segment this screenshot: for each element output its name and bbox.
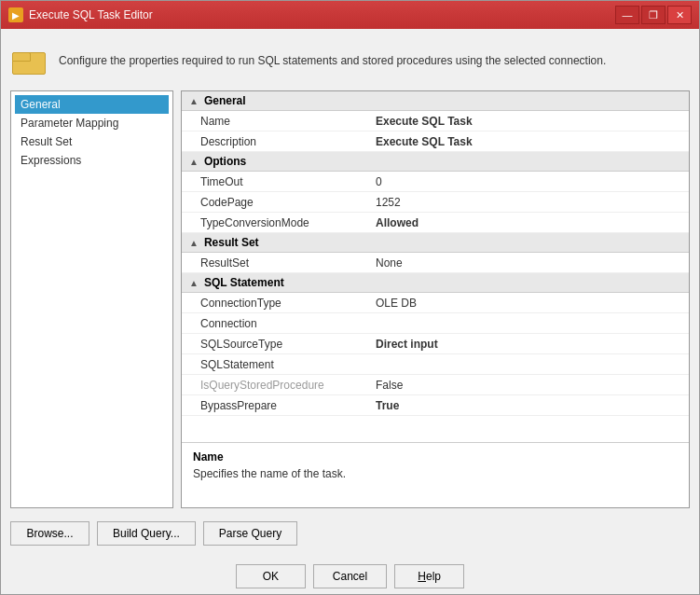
app-icon: ▶ — [8, 7, 23, 22]
browse-button[interactable]: Browse... — [10, 521, 89, 546]
prop-value-connectiontype: OLE DB — [368, 293, 689, 312]
table-row: TypeConversionMode Allowed — [182, 213, 689, 233]
header-section: Configure the properties required to run… — [10, 38, 690, 83]
prop-value-sqlsourcetype: Direct input — [368, 334, 689, 353]
prop-name-description: Description — [182, 131, 368, 151]
prop-value-typeconversionmode: Allowed — [368, 213, 689, 232]
prop-value-codepage: 1252 — [368, 192, 689, 212]
table-row: CodePage 1252 — [182, 192, 689, 213]
prop-name-sqlsourcetype: SQLSourceType — [182, 334, 368, 353]
window-title: Execute SQL Task Editor — [29, 8, 153, 21]
prop-name-resultset: ResultSet — [182, 253, 368, 272]
left-panel: General Parameter Mapping Result Set Exp… — [10, 90, 173, 508]
prop-value-bypassprepare: True — [368, 395, 689, 415]
nav-item-general[interactable]: General — [15, 95, 169, 114]
help-button[interactable]: Help — [394, 564, 464, 588]
prop-name-typeconversionmode: TypeConversionMode — [182, 213, 368, 232]
close-button[interactable]: ✕ — [667, 6, 692, 24]
table-row: IsQueryStoredProcedure False — [182, 375, 689, 395]
main-area: General Parameter Mapping Result Set Exp… — [10, 90, 690, 508]
table-row: Name Execute SQL Task — [182, 111, 689, 131]
info-section: Name Specifies the name of the task. — [182, 442, 689, 507]
prop-name-sqlstatement: SQLStatement — [182, 354, 368, 374]
nav-item-result-set[interactable]: Result Set — [15, 132, 169, 151]
restore-button[interactable]: ❐ — [641, 6, 666, 24]
prop-name-isquerystoredprocedure: IsQueryStoredProcedure — [182, 375, 368, 394]
triangle-resultset: ▲ — [189, 238, 199, 248]
prop-value-description: Execute SQL Task — [368, 131, 689, 151]
title-bar: ▶ Execute SQL Task Editor — ❐ ✕ — [1, 1, 699, 29]
build-query-button[interactable]: Build Query... — [97, 521, 196, 546]
title-controls: — ❐ ✕ — [615, 6, 692, 24]
window-content: Configure the properties required to run… — [1, 29, 699, 557]
section-title-resultset: Result Set — [204, 236, 259, 249]
section-header-resultset: ▲ Result Set — [182, 233, 689, 253]
nav-item-parameter-mapping[interactable]: Parameter Mapping — [15, 114, 169, 132]
folder-icon — [12, 47, 46, 75]
cancel-button[interactable]: Cancel — [313, 564, 387, 588]
prop-value-connection — [368, 313, 689, 333]
title-bar-left: ▶ Execute SQL Task Editor — [8, 7, 153, 22]
prop-name-connectiontype: ConnectionType — [182, 293, 368, 312]
section-title-general: General — [204, 94, 246, 107]
section-header-general: ▲ General — [182, 91, 689, 111]
prop-value-resultset: None — [368, 253, 689, 272]
action-buttons-row: Browse... Build Query... Parse Query — [10, 516, 690, 547]
table-row: TimeOut 0 — [182, 172, 689, 192]
ok-button[interactable]: OK — [236, 564, 306, 588]
triangle-options: ▲ — [189, 157, 199, 167]
table-row: BypassPrepare True — [182, 395, 689, 416]
header-icon — [10, 42, 48, 79]
footer-buttons: OK Cancel Help — [1, 557, 699, 594]
info-description: Specifies the name of the task. — [193, 467, 678, 480]
header-description: Configure the properties required to run… — [59, 53, 606, 69]
help-underline-h: H — [418, 570, 426, 583]
right-panel: ▲ General Name Execute SQL Task Descript… — [181, 90, 690, 508]
prop-name-connection: Connection — [182, 313, 368, 333]
prop-value-sqlstatement — [368, 354, 689, 374]
section-header-options: ▲ Options — [182, 152, 689, 172]
prop-value-name: Execute SQL Task — [368, 111, 689, 131]
table-row: Connection — [182, 313, 689, 334]
main-window: ▶ Execute SQL Task Editor — ❐ ✕ Configur… — [0, 0, 700, 595]
properties-table: ▲ General Name Execute SQL Task Descript… — [182, 91, 689, 442]
table-row: ConnectionType OLE DB — [182, 293, 689, 313]
prop-name-name: Name — [182, 111, 368, 131]
table-row: ResultSet None — [182, 253, 689, 273]
prop-name-timeout: TimeOut — [182, 172, 368, 191]
table-row: SQLSourceType Direct input — [182, 334, 689, 354]
triangle-sqlstatement: ▲ — [189, 278, 199, 288]
section-header-sqlstatement: ▲ SQL Statement — [182, 273, 689, 293]
nav-item-expressions[interactable]: Expressions — [15, 151, 169, 170]
prop-name-codepage: CodePage — [182, 192, 368, 212]
prop-value-timeout: 0 — [368, 172, 689, 191]
parse-query-button[interactable]: Parse Query — [203, 521, 297, 546]
section-title-options: Options — [204, 155, 246, 168]
prop-name-bypassprepare: BypassPrepare — [182, 395, 368, 415]
info-title: Name — [193, 450, 678, 464]
table-row: SQLStatement — [182, 354, 689, 375]
prop-value-isquerystoredprocedure: False — [368, 375, 689, 394]
section-title-sqlstatement: SQL Statement — [204, 276, 284, 289]
table-row: Description Execute SQL Task — [182, 131, 689, 152]
minimize-button[interactable]: — — [615, 6, 639, 24]
triangle-general: ▲ — [189, 96, 199, 106]
